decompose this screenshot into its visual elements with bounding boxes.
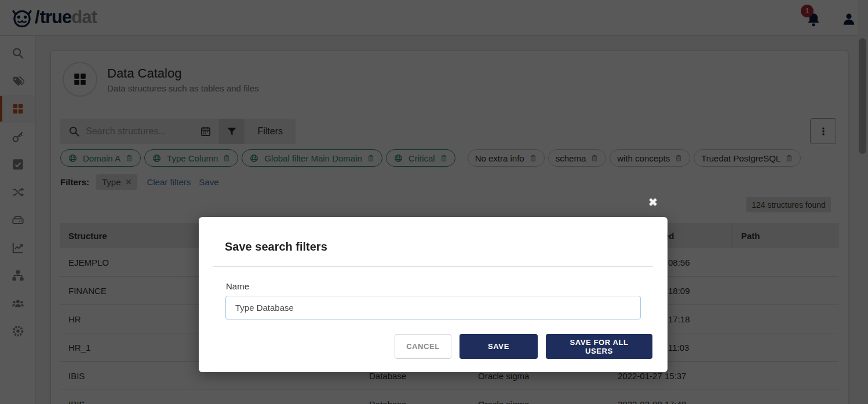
- modal-button-row: CANCEL SAVE SAVE FOR ALL USERS: [395, 334, 652, 359]
- cancel-button[interactable]: CANCEL: [395, 334, 451, 359]
- save-for-all-users-button[interactable]: SAVE FOR ALL USERS: [546, 334, 652, 359]
- modal-divider: [213, 266, 653, 267]
- save-button[interactable]: SAVE: [459, 334, 538, 359]
- modal-title: Save search filters: [225, 240, 327, 254]
- name-field-label: Name: [226, 281, 249, 291]
- save-search-filters-modal: Save search filters Name CANCEL SAVE SAV…: [199, 217, 668, 372]
- modal-close-button[interactable]: ✖: [648, 197, 658, 208]
- filter-name-input[interactable]: [225, 296, 641, 319]
